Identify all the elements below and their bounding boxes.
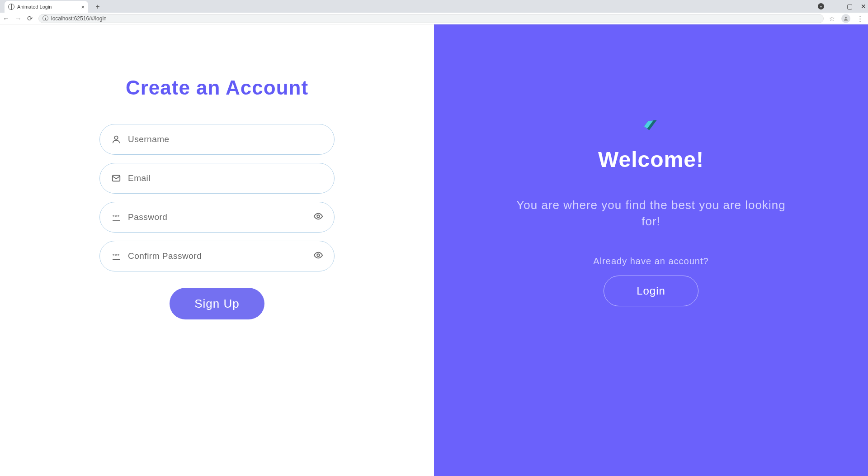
globe-icon — [8, 4, 14, 10]
window-controls: ▾ — ▢ ✕ — [818, 0, 866, 13]
already-have-account-text: Already have an account? — [593, 256, 708, 267]
menu-icon[interactable]: ⋮ — [857, 14, 863, 23]
url-box[interactable]: i localhost:62516/#/login — [38, 14, 824, 23]
username-input[interactable] — [128, 134, 323, 144]
username-field-wrap[interactable] — [99, 124, 335, 155]
password-icon: *** — [111, 214, 122, 221]
maximize-icon[interactable]: ▢ — [847, 3, 853, 10]
email-field-wrap[interactable] — [99, 163, 335, 194]
welcome-title: Welcome! — [598, 147, 704, 172]
minimize-icon[interactable]: — — [832, 3, 839, 10]
forward-icon: → — [15, 14, 22, 22]
flutter-icon — [639, 111, 663, 136]
close-tab-icon[interactable]: × — [81, 4, 85, 10]
confirm-password-field-wrap[interactable]: *** — [99, 241, 335, 271]
signup-form: *** *** Sign Up — [99, 124, 335, 319]
reload-icon[interactable]: ⟳ — [27, 14, 33, 23]
email-input[interactable] — [128, 173, 323, 183]
address-bar: ← → ⟳ i localhost:62516/#/login ☆ ⋮ — [0, 13, 868, 24]
browser-chrome: Animated Login × + ▾ — ▢ ✕ ← → ⟳ i local… — [0, 0, 868, 24]
eye-icon[interactable] — [313, 250, 323, 262]
welcome-subtitle: You are where you find the best you are … — [506, 197, 796, 230]
svg-point-0 — [845, 17, 847, 19]
mail-icon — [111, 173, 122, 183]
tab-dropdown-icon[interactable]: ▾ — [818, 3, 824, 10]
svg-point-1 — [114, 136, 118, 139]
welcome-panel: Welcome! You are where you find the best… — [434, 24, 868, 476]
close-window-icon[interactable]: ✕ — [861, 3, 866, 10]
signup-panel: Create an Account *** — [0, 24, 434, 476]
password-input[interactable] — [128, 212, 307, 222]
signup-title: Create an Account — [126, 76, 308, 99]
svg-point-4 — [317, 254, 320, 257]
address-bar-right: ☆ ⋮ — [829, 14, 865, 23]
eye-icon[interactable] — [313, 211, 323, 223]
page-content: Create an Account *** — [0, 24, 868, 476]
password-icon: *** — [111, 253, 122, 260]
person-icon — [111, 134, 122, 144]
url-text: localhost:62516/#/login — [51, 15, 107, 22]
password-field-wrap[interactable]: *** — [99, 202, 335, 233]
svg-point-3 — [317, 215, 320, 218]
new-tab-button[interactable]: + — [92, 1, 104, 13]
back-icon[interactable]: ← — [3, 14, 9, 22]
login-button[interactable]: Login — [604, 276, 698, 306]
profile-icon[interactable] — [841, 14, 850, 23]
bookmark-icon[interactable]: ☆ — [829, 15, 835, 22]
browser-tab[interactable]: Animated Login × — [5, 1, 88, 13]
tab-title: Animated Login — [17, 4, 52, 10]
signup-button[interactable]: Sign Up — [170, 288, 264, 319]
confirm-password-input[interactable] — [128, 251, 307, 261]
tab-strip: Animated Login × + ▾ — ▢ ✕ — [0, 0, 868, 13]
info-icon[interactable]: i — [42, 15, 48, 21]
